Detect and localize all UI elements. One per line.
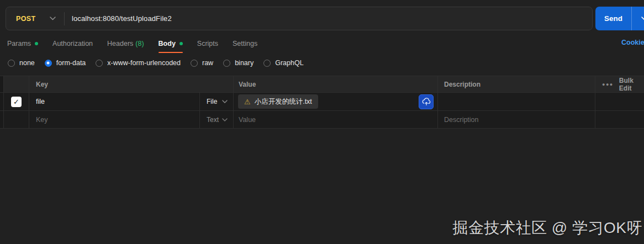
tab-label: Params — [7, 40, 31, 47]
selected-file-chip[interactable]: ⚠ 小店开发的统计.txt — [238, 94, 318, 109]
value-cell: ⚠ 小店开发的统计.txt — [234, 93, 438, 110]
body-type-graphql[interactable]: GraphQL — [263, 59, 303, 67]
watermark-text: 掘金技术社区 @ 学习OK呀 — [453, 218, 642, 238]
description-placeholder: Description — [438, 116, 479, 124]
tab-label: Body — [159, 40, 176, 47]
drag-handle — [0, 111, 4, 128]
green-dot-icon — [35, 42, 38, 45]
body-type-options: none form-data x-www-form-urlencoded raw… — [8, 57, 304, 69]
key-value: file — [29, 98, 45, 105]
headers-count: (8) — [135, 40, 144, 47]
radio-icon — [96, 60, 103, 67]
radio-icon — [223, 60, 230, 67]
send-button[interactable]: Send — [595, 7, 644, 30]
cloud-upload-icon — [421, 98, 431, 106]
tab-scripts[interactable]: Scripts — [190, 34, 225, 53]
select-column-header — [4, 76, 29, 92]
divider — [64, 12, 65, 25]
upload-file-button[interactable] — [419, 94, 434, 109]
radio-selected-icon — [45, 60, 52, 67]
body-type-raw[interactable]: raw — [191, 59, 213, 67]
table-row: ✓ file File ⚠ 小店开发的统计.txt — [0, 93, 644, 111]
body-type-x-www-form-urlencoded[interactable]: x-www-form-urlencoded — [96, 59, 181, 67]
green-dot-icon — [180, 42, 183, 45]
warning-icon: ⚠ — [244, 98, 251, 105]
table-header-row: Key Value Description ●●● Bulk Edit — [0, 76, 644, 93]
tab-label: Scripts — [197, 40, 218, 47]
tab-label: Headers — [107, 40, 133, 47]
drag-handle[interactable] — [0, 93, 4, 110]
row-select-cell: ✓ — [4, 93, 29, 110]
row-actions-cell — [595, 111, 644, 128]
chevron-down-icon — [50, 17, 56, 20]
radio-icon — [263, 60, 271, 67]
radio-icon — [8, 60, 15, 67]
type-dropdown[interactable]: Text — [200, 111, 234, 128]
url-input[interactable]: localhost:8080/testUploadFile2 — [72, 14, 592, 23]
tab-label: Authorization — [52, 40, 93, 47]
body-type-none[interactable]: none — [8, 59, 35, 67]
tab-label: Settings — [233, 40, 257, 47]
request-url-bar: POST localhost:8080/testUploadFile2 — [6, 7, 593, 30]
more-options-icon: ●●● — [602, 82, 614, 87]
value-cell[interactable]: Value — [234, 111, 438, 128]
type-label: Text — [207, 116, 219, 124]
description-cell[interactable]: Description — [438, 111, 595, 128]
chevron-down-icon — [222, 118, 228, 121]
file-name: 小店开发的统计.txt — [255, 97, 312, 107]
value-column-header: Value — [234, 76, 438, 92]
key-cell[interactable]: file — [29, 93, 200, 110]
chevron-down-icon — [222, 100, 228, 103]
value-placeholder: Value — [234, 116, 256, 124]
key-cell[interactable]: Key — [29, 111, 200, 128]
cookies-link[interactable]: Cookies — [621, 39, 644, 46]
send-options-caret[interactable] — [632, 17, 644, 20]
chevron-down-icon — [641, 17, 644, 20]
row-actions-cell — [595, 93, 644, 110]
row-select-cell — [4, 111, 29, 128]
body-type-form-data[interactable]: form-data — [45, 59, 86, 67]
tab-headers[interactable]: Headers (8) — [100, 34, 151, 53]
body-type-binary[interactable]: binary — [223, 59, 254, 67]
table-row-empty: Key Text Value Description — [0, 111, 644, 129]
row-checkbox-checked[interactable]: ✓ — [11, 97, 22, 107]
type-label: File — [207, 98, 217, 105]
request-tabs: Params Authorization Headers (8) Body Sc… — [0, 34, 265, 53]
method-selector[interactable]: POST — [6, 7, 64, 30]
method-label: POST — [16, 15, 36, 23]
key-placeholder: Key — [29, 116, 48, 124]
tab-params[interactable]: Params — [0, 34, 45, 53]
drag-handle-column — [0, 76, 4, 92]
tab-authorization[interactable]: Authorization — [45, 34, 100, 53]
key-column-header: Key — [29, 76, 234, 92]
send-label: Send — [595, 14, 631, 23]
radio-icon — [191, 60, 198, 67]
tab-settings[interactable]: Settings — [225, 34, 265, 53]
tab-body[interactable]: Body — [151, 34, 190, 53]
bulk-edit-label: Bulk Edit — [619, 77, 644, 92]
bulk-edit-button[interactable]: ●●● Bulk Edit — [595, 76, 644, 92]
description-column-header: Description — [438, 76, 595, 92]
type-dropdown[interactable]: File — [200, 93, 234, 110]
form-data-table: Key Value Description ●●● Bulk Edit ✓ fi… — [0, 76, 644, 129]
description-cell[interactable] — [438, 93, 595, 110]
